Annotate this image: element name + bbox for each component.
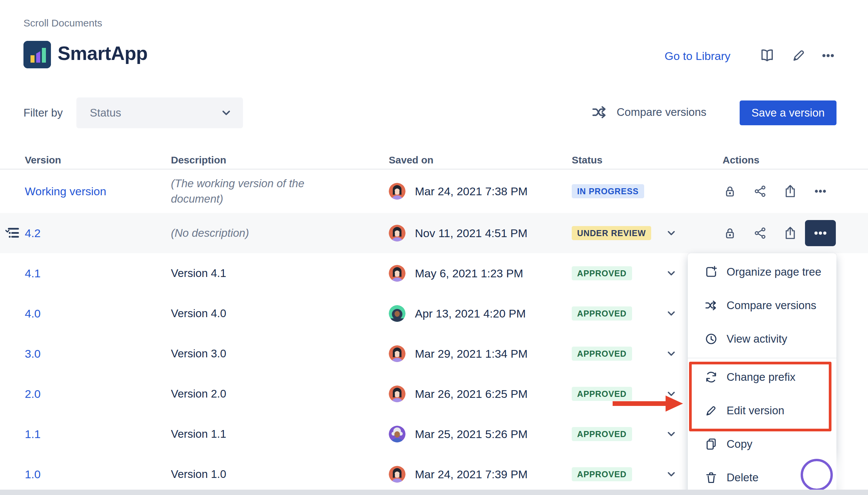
export-icon[interactable] xyxy=(783,184,798,199)
status-filter-dropdown[interactable]: Status xyxy=(77,98,243,128)
edit-icon xyxy=(704,404,718,417)
more-icon[interactable] xyxy=(805,220,836,246)
bar-chart-logo-icon xyxy=(23,41,51,68)
copy-icon xyxy=(704,438,718,451)
version-link[interactable]: Working version xyxy=(25,185,106,198)
version-tree-icon[interactable] xyxy=(5,225,20,241)
column-header-description: Description xyxy=(171,154,226,166)
page-title: SmartApp xyxy=(57,42,148,64)
avatar xyxy=(389,265,405,281)
status-cell: APPROVED xyxy=(572,306,632,321)
status-cell: APPROVED xyxy=(572,347,632,361)
chevron-down-icon xyxy=(221,107,232,118)
version-link[interactable]: 4.0 xyxy=(25,307,40,320)
smartapp-logo xyxy=(23,41,51,68)
status-chevron-icon[interactable] xyxy=(666,228,676,238)
bottom-scrollbar-track xyxy=(0,490,868,495)
saved-date: Apr 13, 2021 4:20 PM xyxy=(415,307,526,320)
menu-item-label: Compare versions xyxy=(727,299,816,312)
row-actions xyxy=(722,184,828,199)
version-description: Version 4.0 xyxy=(171,306,375,321)
avatar xyxy=(389,426,405,442)
pointer-arrow xyxy=(613,401,667,406)
compare-versions-button[interactable]: Compare versions xyxy=(591,104,706,121)
menu-divider xyxy=(688,358,836,358)
status-chevron-icon[interactable] xyxy=(666,349,676,359)
status-chevron-icon[interactable] xyxy=(666,429,676,439)
clock-icon xyxy=(704,332,718,346)
saved-date: Mar 24, 2021 7:38 PM xyxy=(415,185,528,198)
saved-on-cell: May 6, 2021 1:23 PM xyxy=(389,265,523,281)
status-badge: APPROVED xyxy=(572,347,632,361)
version-description: Version 1.1 xyxy=(171,426,375,442)
status-badge: APPROVED xyxy=(572,266,632,280)
column-header-status: Status xyxy=(572,154,603,166)
version-link[interactable]: 2.0 xyxy=(25,388,40,400)
status-chevron-icon[interactable] xyxy=(666,308,676,319)
saved-on-cell: Mar 24, 2021 7:39 PM xyxy=(389,466,528,483)
compare-icon xyxy=(704,299,718,312)
trash-icon xyxy=(704,471,718,484)
pointer-arrow-head xyxy=(666,395,683,412)
menu-item-label: Organize page tree xyxy=(727,266,821,278)
version-description: Version 1.0 xyxy=(171,466,375,482)
version-link[interactable]: 3.0 xyxy=(25,347,40,360)
version-description: (No description) xyxy=(171,225,375,241)
go-to-library-link[interactable]: Go to Library xyxy=(665,50,731,63)
breadcrumb[interactable]: Scroll Documents xyxy=(23,17,102,29)
export-icon[interactable] xyxy=(783,226,798,240)
compare-versions-label: Compare versions xyxy=(617,106,706,119)
saved-on-cell: Mar 29, 2021 1:34 PM xyxy=(389,345,528,362)
lock-icon[interactable] xyxy=(722,226,737,240)
saved-on-cell: Mar 26, 2021 6:25 PM xyxy=(389,386,528,402)
menu-item-label: View activity xyxy=(727,332,787,345)
share-icon[interactable] xyxy=(753,226,767,240)
menu-item-edit-version[interactable]: Edit version xyxy=(688,394,836,427)
version-link[interactable]: 1.1 xyxy=(25,428,40,441)
version-link[interactable]: 4.2 xyxy=(25,227,40,240)
more-icon[interactable] xyxy=(820,48,836,63)
saved-on-cell: Nov 11, 2021 4:51 PM xyxy=(389,225,528,241)
status-cell: UNDER REVIEW xyxy=(572,226,651,240)
share-icon[interactable] xyxy=(753,184,767,199)
menu-item-compare-versions[interactable]: Compare versions xyxy=(688,289,836,322)
status-badge: APPROVED xyxy=(572,306,632,321)
status-filter-value: Status xyxy=(90,106,121,119)
lock-icon[interactable] xyxy=(722,184,737,199)
column-header-saved-on: Saved on xyxy=(389,154,433,166)
saved-on-cell: Apr 13, 2021 4:20 PM xyxy=(389,305,526,322)
menu-item-label: Edit version xyxy=(727,404,784,417)
menu-item-label: Change prefix xyxy=(727,371,795,383)
status-chevron-icon[interactable] xyxy=(666,469,676,479)
pencil-icon[interactable] xyxy=(791,48,806,63)
save-a-version-button[interactable]: Save a version xyxy=(740,101,836,125)
status-badge: APPROVED xyxy=(572,427,632,441)
compare-icon xyxy=(591,104,608,121)
column-header-actions: Actions xyxy=(722,154,760,166)
book-icon[interactable] xyxy=(760,48,775,63)
status-badge: APPROVED xyxy=(572,467,632,481)
saved-date: Nov 11, 2021 4:51 PM xyxy=(415,227,528,240)
menu-item-copy[interactable]: Copy xyxy=(688,427,836,461)
menu-item-view-activity[interactable]: View activity xyxy=(688,322,836,356)
refresh-icon xyxy=(704,371,718,384)
filter-by-label: Filter by xyxy=(23,106,63,119)
saved-date: Mar 26, 2021 6:25 PM xyxy=(415,388,528,400)
menu-item-change-prefix[interactable]: Change prefix xyxy=(688,360,836,394)
version-description: (The working version of the document) xyxy=(171,176,332,207)
status-badge: IN PROGRESS xyxy=(572,184,644,198)
status-cell: APPROVED xyxy=(572,467,632,481)
status-badge: UNDER REVIEW xyxy=(572,226,651,240)
version-link[interactable]: 1.0 xyxy=(25,468,40,481)
page-add-icon xyxy=(704,265,718,279)
more-icon[interactable] xyxy=(813,184,828,199)
version-link[interactable]: 4.1 xyxy=(25,267,40,280)
click-indicator-ring xyxy=(801,459,833,491)
status-cell: IN PROGRESS xyxy=(572,184,644,198)
status-cell: APPROVED xyxy=(572,266,632,280)
menu-item-organize-page-tree[interactable]: Organize page tree xyxy=(688,255,836,289)
status-cell: APPROVED xyxy=(572,427,632,441)
table-row: Working version(The working version of t… xyxy=(0,169,868,213)
status-chevron-icon[interactable] xyxy=(666,268,676,278)
avatar xyxy=(389,225,405,241)
